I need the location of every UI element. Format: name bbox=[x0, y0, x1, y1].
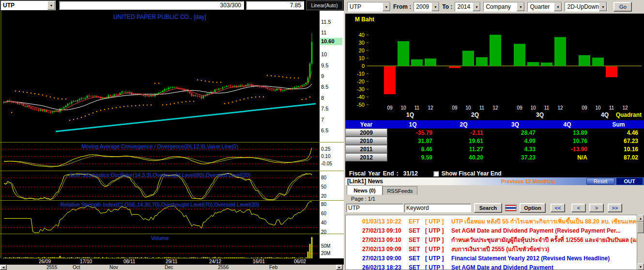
rsi-axis: 80 60 40 20 bbox=[320, 200, 344, 234]
search-button[interactable]: Search bbox=[474, 203, 502, 213]
news-source: SET bbox=[409, 264, 425, 270]
period-combo[interactable]: Quarter ▼ bbox=[527, 2, 562, 12]
date-axis: 26/09 17/10 08/11 29/11 24/12 16/01 06/0… bbox=[0, 258, 344, 265]
scroll-down-button[interactable]: ▼ bbox=[637, 263, 644, 270]
news-item[interactable]: 01/03/13 10:22EFT[ UTP ]UTP เนื้อหอม หลั… bbox=[346, 217, 637, 226]
chevron-down-icon[interactable]: ▼ bbox=[554, 2, 562, 11]
svg-text:-10: -10 bbox=[357, 71, 365, 77]
chart-hscrollbar[interactable]: ◄ 2555 Oct Nov Dec 2556 Feb ► bbox=[0, 265, 344, 270]
keyword-input[interactable] bbox=[404, 204, 471, 212]
scroll-month-label: Oct bbox=[73, 265, 80, 270]
price-tick: 11.5 bbox=[321, 19, 331, 25]
news-list: 01/03/13 10:22EFT[ UTP ]UTP เนื้อหอม หลั… bbox=[345, 215, 637, 270]
chevron-down-icon[interactable]: ▼ bbox=[517, 2, 524, 11]
svg-text:2Q: 2Q bbox=[471, 111, 479, 118]
scroll-thumb[interactable] bbox=[637, 222, 644, 233]
news-symbol: [ UTP ] bbox=[425, 246, 451, 253]
go-button[interactable]: Go bbox=[613, 2, 632, 12]
date-tick: 17/10 bbox=[80, 259, 92, 264]
from-label: From : bbox=[393, 3, 411, 10]
tab-rssfeeds[interactable]: RSSFeeds bbox=[383, 186, 417, 195]
scroll-month-label: Feb bbox=[269, 265, 277, 270]
table-row[interactable]: 20129.5940.2037.23N/A87.02 bbox=[345, 153, 644, 161]
chevron-down-icon[interactable]: ▼ bbox=[473, 2, 480, 11]
out-button[interactable]: OUT bbox=[616, 178, 643, 185]
chevron-down-icon[interactable]: ▼ bbox=[47, 1, 55, 10]
svg-text:3Q: 3Q bbox=[536, 111, 544, 118]
first-page-button[interactable]: << bbox=[551, 204, 565, 212]
left-symbol-combo[interactable]: UTP ▼ bbox=[0, 0, 56, 10]
fiscal-bar: Fiscal Year End : 31/12 Show Fiscal Year… bbox=[345, 170, 644, 177]
svg-text:10: 10 bbox=[530, 105, 536, 111]
quarterly-bar-chart: M Baht403020100-10-20-30-40-50091011121Q… bbox=[345, 14, 644, 120]
price-tick: 7 bbox=[321, 117, 324, 123]
value-cell: 28.47 bbox=[489, 129, 541, 136]
news-item[interactable]: 27/02/13 09:10SET[ UTP ]กำหนดวันประชุมสา… bbox=[346, 235, 637, 244]
scroll-up-button[interactable]: ▲ bbox=[637, 215, 644, 222]
news-headline: Set AGM Date and Dividend Payment bbox=[451, 264, 637, 270]
news-item[interactable]: 26/02/13 18:23SET[ UTP ]Set AGM Date and… bbox=[346, 263, 637, 270]
value-cell: 8.46 bbox=[387, 146, 438, 153]
view-combo[interactable]: Company ▼ bbox=[483, 2, 525, 12]
svg-text:40: 40 bbox=[359, 32, 365, 38]
fiscal-checkbox[interactable] bbox=[433, 171, 439, 176]
macd-tick: -0.05 bbox=[321, 161, 332, 166]
news-source: EFT bbox=[409, 218, 425, 225]
previous-months-label: Previous 12 Month(s) bbox=[501, 178, 555, 184]
scroll-right-button[interactable]: ► bbox=[336, 265, 343, 270]
scroll-left-button[interactable]: ◄ bbox=[0, 265, 7, 270]
from-year-combo[interactable]: 2009 ▼ bbox=[414, 2, 440, 12]
chart-style-value: 2D-UpDown bbox=[565, 3, 599, 10]
news-tabs: News (0) RSSFeeds bbox=[345, 185, 644, 195]
news-item[interactable]: 27/02/13 09:10SET[ UTP ]Set AGM Date and… bbox=[346, 226, 637, 235]
table-row[interactable]: 201031.8719.614.9910.7667.23 bbox=[345, 137, 644, 145]
reset-button[interactable]: Reset bbox=[586, 178, 614, 185]
price-tick: 8.5 bbox=[321, 84, 328, 90]
news-date: 26/02/13 18:23 bbox=[362, 264, 409, 270]
table-header: Sum bbox=[593, 121, 644, 128]
to-year-combo[interactable]: 2014 ▼ bbox=[455, 2, 481, 12]
value-cell: -35.79 bbox=[387, 129, 438, 136]
scroll-year-label: 2556 bbox=[218, 265, 229, 270]
news-item[interactable]: 27/02/13 09:09SET[ UTP ]งบการเงินรายปี 2… bbox=[346, 244, 637, 254]
svg-text:12: 12 bbox=[492, 105, 498, 111]
last-page-button[interactable]: >> bbox=[608, 204, 622, 212]
table-row[interactable]: 20118.4611.274.33-13.9010.16 bbox=[345, 145, 644, 153]
bar-chart-canvas: M Baht403020100-10-20-30-40-50091011121Q… bbox=[345, 14, 644, 120]
date-tick: 26/09 bbox=[39, 259, 51, 264]
news-scrollbar[interactable]: ▲ ▼ bbox=[637, 215, 644, 270]
chart-style-combo[interactable]: 2D-UpDown ▼ bbox=[565, 2, 607, 12]
prev-page-button[interactable]: < bbox=[571, 204, 586, 212]
year-cell: 2012 bbox=[345, 153, 387, 161]
stochastics-panel: Slow Stochastics Oscillator(14,3,3),Over… bbox=[0, 171, 320, 200]
chevron-down-icon[interactable]: ▼ bbox=[431, 2, 439, 11]
news-headline: งบการเงินรายปี 2555 (แก้ไขหัวข้อข่าว) bbox=[451, 244, 637, 254]
news-headline: UTP เนื้อหอม หลังปี 55 กำไรเฉพาะกิจการเพ… bbox=[451, 217, 637, 226]
thai-flag-icon[interactable] bbox=[505, 205, 517, 211]
price-tick: 11 bbox=[321, 30, 326, 35]
news-item[interactable]: 27/02/13 09:00SET[ UTP ]Financial Statem… bbox=[346, 254, 637, 263]
chevron-down-icon[interactable]: ▼ bbox=[383, 2, 390, 11]
price-step-field[interactable]: 7.85 bbox=[246, 1, 304, 10]
svg-text:-30: -30 bbox=[357, 86, 365, 92]
option-button[interactable]: Option bbox=[520, 203, 546, 213]
bars-count-field[interactable]: 303/300 bbox=[59, 1, 244, 10]
svg-text:09: 09 bbox=[582, 105, 587, 111]
price-tick: 9.5 bbox=[321, 63, 328, 68]
stoch-tick: 80 bbox=[321, 175, 326, 180]
table-body: 2009-35.79-2.1128.4713.894.46201031.8719… bbox=[345, 128, 644, 161]
next-page-button[interactable]: > bbox=[589, 204, 604, 212]
table-row[interactable]: 2009-35.79-2.1128.4713.894.46 bbox=[345, 128, 644, 137]
scale-mode-button[interactable]: Linear(Auto) bbox=[306, 0, 343, 10]
news-date: 27/02/13 09:10 bbox=[362, 237, 409, 243]
table-header: 4Q bbox=[541, 121, 593, 128]
symbol-input[interactable] bbox=[346, 204, 403, 212]
right-symbol-combo[interactable]: UTP ▼ bbox=[347, 2, 391, 12]
tab-news[interactable]: News (0) bbox=[347, 185, 383, 195]
svg-text:-20: -20 bbox=[357, 79, 365, 84]
chevron-down-icon[interactable]: ▼ bbox=[599, 2, 607, 11]
year-cell: 2010 bbox=[345, 137, 387, 145]
table-header: Year bbox=[345, 121, 387, 128]
svg-text:11: 11 bbox=[544, 105, 550, 111]
svg-text:12: 12 bbox=[557, 105, 563, 111]
